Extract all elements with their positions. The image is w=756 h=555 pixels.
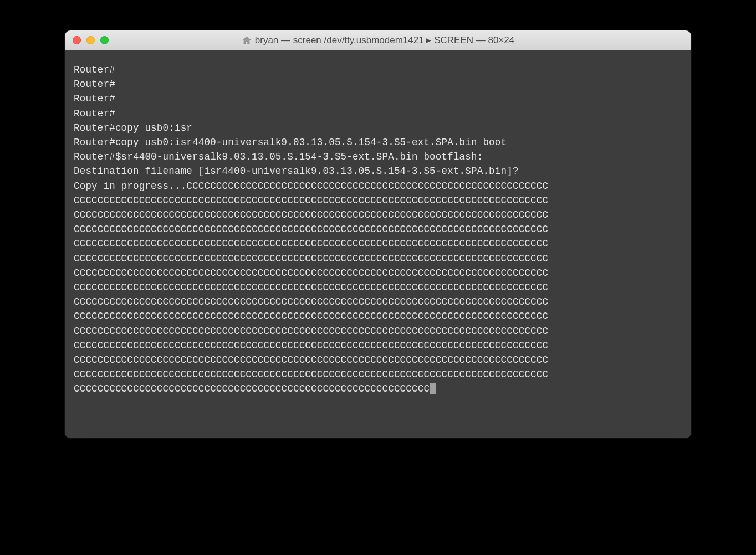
minimize-button[interactable] — [86, 36, 95, 44]
terminal-line: CCCCCCCCCCCCCCCCCCCCCCCCCCCCCCCCCCCCCCCC… — [74, 268, 548, 279]
title-bar[interactable]: bryan — screen /dev/tty.usbmodem1421 ▸ S… — [65, 30, 691, 50]
terminal-line: Router# — [74, 64, 115, 75]
terminal-line: CCCCCCCCCCCCCCCCCCCCCCCCCCCCCCCCCCCCCCCC… — [74, 296, 548, 307]
terminal-line: Router#copy usb0:isr4400-universalk9.03.… — [74, 137, 507, 148]
terminal-line: CCCCCCCCCCCCCCCCCCCCCCCCCCCCCCCCCCCCCCCC… — [74, 253, 548, 264]
terminal-line: Router# — [74, 93, 115, 104]
close-button[interactable] — [73, 36, 81, 44]
terminal-window: bryan — screen /dev/tty.usbmodem1421 ▸ S… — [65, 30, 691, 438]
window-title: bryan — screen /dev/tty.usbmodem1421 ▸ S… — [255, 34, 514, 46]
terminal-line: CCCCCCCCCCCCCCCCCCCCCCCCCCCCCCCCCCCCCCCC… — [74, 326, 548, 337]
terminal-line: Router# — [74, 108, 115, 119]
cursor-block — [430, 383, 436, 394]
terminal-output: Router# Router# Router# Router# Router#c… — [74, 63, 682, 397]
title-text-wrap: bryan — screen /dev/tty.usbmodem1421 ▸ S… — [65, 34, 691, 46]
zoom-button[interactable] — [100, 36, 109, 44]
home-icon — [242, 35, 252, 45]
terminal-line: CCCCCCCCCCCCCCCCCCCCCCCCCCCCCCCCCCCCCCCC… — [74, 340, 548, 351]
traffic-lights — [73, 36, 109, 44]
terminal-line: CCCCCCCCCCCCCCCCCCCCCCCCCCCCCCCCCCCCCCCC… — [74, 238, 548, 249]
terminal-line: CCCCCCCCCCCCCCCCCCCCCCCCCCCCCCCCCCCCCCCC… — [74, 311, 548, 322]
terminal-line: Destination filename [isr4400-universalk… — [74, 166, 519, 177]
terminal-line: Router#$sr4400-universalk9.03.13.05.S.15… — [74, 151, 483, 162]
terminal-line: CCCCCCCCCCCCCCCCCCCCCCCCCCCCCCCCCCCCCCCC… — [74, 282, 548, 293]
terminal-line: Router#copy usb0:isr — [74, 122, 192, 133]
terminal-line: CCCCCCCCCCCCCCCCCCCCCCCCCCCCCCCCCCCCCCCC… — [74, 354, 548, 366]
terminal-line: CCCCCCCCCCCCCCCCCCCCCCCCCCCCCCCCCCCCCCCC… — [74, 209, 548, 220]
terminal-line: CCCCCCCCCCCCCCCCCCCCCCCCCCCCCCCCCCCCCCCC… — [74, 383, 430, 394]
terminal-body[interactable]: Router# Router# Router# Router# Router#c… — [65, 50, 691, 438]
terminal-line: CCCCCCCCCCCCCCCCCCCCCCCCCCCCCCCCCCCCCCCC… — [74, 195, 548, 206]
terminal-line: Copy in progress...CCCCCCCCCCCCCCCCCCCCC… — [74, 181, 548, 192]
terminal-line: Router# — [74, 79, 115, 90]
terminal-line: CCCCCCCCCCCCCCCCCCCCCCCCCCCCCCCCCCCCCCCC… — [74, 224, 548, 235]
terminal-line: CCCCCCCCCCCCCCCCCCCCCCCCCCCCCCCCCCCCCCCC… — [74, 369, 548, 380]
